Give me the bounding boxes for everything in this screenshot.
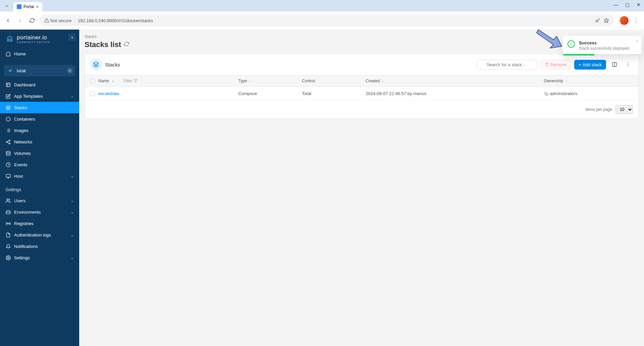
gear-icon bbox=[5, 255, 11, 260]
remove-label: Remove bbox=[550, 62, 566, 67]
sidebar-item-volumes[interactable]: Volumes bbox=[0, 147, 79, 159]
sidebar-item-label: App Templates bbox=[14, 94, 43, 99]
tabs-dropdown[interactable] bbox=[3, 2, 11, 10]
radio-icon bbox=[5, 221, 11, 226]
svg-line-17 bbox=[7, 142, 9, 143]
panel-title: Stacks bbox=[105, 62, 120, 68]
remove-button[interactable]: Remove bbox=[541, 60, 571, 70]
sidebar-item-stacks[interactable]: Stacks bbox=[0, 102, 79, 113]
svg-point-27 bbox=[7, 257, 9, 258]
sidebar-item-networks[interactable]: Networks bbox=[0, 136, 79, 147]
sidebar-section-settings: Settings bbox=[0, 182, 79, 195]
sidebar-item-label: Environments bbox=[14, 210, 41, 215]
cell-type: Compose bbox=[238, 91, 302, 96]
url-text: 192.168.0.240:9000/#!/2/docker/stacks bbox=[78, 18, 153, 23]
sidebar-home-label: Home bbox=[14, 51, 26, 56]
sidebar-item-settings[interactable]: Settings ⌄ bbox=[0, 252, 79, 263]
more-button[interactable]: ⋮ bbox=[623, 59, 633, 70]
app-container: portainer.io COMMUNITY EDITION « Home lo… bbox=[0, 30, 644, 346]
row-checkbox[interactable] bbox=[90, 91, 95, 96]
reload-button[interactable] bbox=[28, 16, 37, 25]
select-all-checkbox[interactable] bbox=[90, 79, 95, 83]
sidebar-env-label: local bbox=[17, 68, 26, 73]
sidebar-item-host[interactable]: Host ⌄ bbox=[0, 170, 79, 182]
column-ownership-header[interactable]: Ownership ↓↑ bbox=[544, 79, 633, 83]
tab-bar: Portai × — ▢ ✕ bbox=[0, 0, 644, 11]
edit-icon bbox=[5, 93, 11, 99]
sidebar-header: portainer.io COMMUNITY EDITION « bbox=[0, 30, 79, 48]
search-input[interactable] bbox=[477, 60, 537, 70]
sidebar-item-home[interactable]: Home bbox=[0, 48, 79, 59]
sidebar-item-users[interactable]: Users ⌄ bbox=[0, 195, 79, 206]
sort-up-icon: ↑ bbox=[117, 79, 118, 83]
env-close-icon[interactable]: × bbox=[67, 68, 72, 73]
key-icon[interactable] bbox=[595, 18, 600, 23]
sidebar-item-label: Volumes bbox=[14, 151, 31, 156]
toast-notification: ✓ Success Stack successfully deployed × bbox=[563, 36, 641, 55]
svg-marker-31 bbox=[134, 80, 137, 83]
bell-icon bbox=[5, 244, 11, 249]
add-stack-button[interactable]: + Add stack bbox=[574, 60, 606, 70]
sidebar-item-label: Registries bbox=[14, 221, 34, 226]
sidebar-item-environments[interactable]: Environments ⌄ bbox=[0, 206, 79, 218]
filter-button[interactable]: Filter bbox=[123, 79, 138, 83]
sidebar-collapse-button[interactable]: « bbox=[68, 34, 76, 41]
main-content: Stacks Stacks list Stacks 🔍 Re bbox=[79, 30, 644, 346]
sidebar-item-containers[interactable]: Containers bbox=[0, 113, 79, 125]
table-row: excalidraw Compose Total 2024-08-07 22:4… bbox=[85, 87, 638, 100]
pagination-select[interactable]: 10 bbox=[615, 105, 633, 114]
sidebar-item-events[interactable]: Events bbox=[0, 159, 79, 170]
sidebar-environment-local[interactable]: local × bbox=[4, 65, 75, 76]
address-bar-row: Not secure 192.168.0.240:9000/#!/2/docke… bbox=[0, 11, 644, 30]
eye-off-icon bbox=[544, 91, 549, 96]
minimize-icon[interactable]: — bbox=[613, 2, 618, 7]
toast-title: Success bbox=[579, 40, 629, 45]
column-name-header[interactable]: Name ↓↑ Filter bbox=[98, 79, 238, 83]
sidebar-item-label: Images bbox=[14, 128, 29, 133]
columns-button[interactable] bbox=[609, 59, 620, 70]
sidebar-item-registries[interactable]: Registries bbox=[0, 218, 79, 229]
forward-button[interactable] bbox=[15, 16, 25, 25]
tab-close-icon[interactable]: × bbox=[36, 4, 39, 9]
share-icon bbox=[5, 139, 11, 144]
pagination-label: Items per page bbox=[585, 107, 612, 112]
window-controls: — ▢ ✕ bbox=[613, 2, 641, 7]
close-window-icon[interactable]: ✕ bbox=[636, 2, 641, 7]
sidebar-item-dashboard[interactable]: Dashboard bbox=[0, 79, 79, 90]
database-icon bbox=[5, 150, 11, 156]
browser-tab[interactable]: Portai × bbox=[13, 2, 42, 11]
sidebar-item-app-templates[interactable]: App Templates ⌄ bbox=[0, 90, 79, 102]
svg-point-14 bbox=[9, 140, 10, 141]
security-indicator[interactable]: Not secure bbox=[44, 18, 75, 23]
plus-icon: + bbox=[579, 62, 581, 67]
column-type-header[interactable]: Type ↓↑ bbox=[238, 79, 302, 83]
sidebar-item-images[interactable]: Images bbox=[0, 125, 79, 136]
sidebar-item-auth-logs[interactable]: Authentication logs ⌄ bbox=[0, 229, 79, 241]
sort-icon: ↓↑ bbox=[249, 80, 251, 83]
back-button[interactable] bbox=[3, 16, 13, 25]
toast-close-icon[interactable]: × bbox=[636, 38, 639, 44]
profile-avatar[interactable] bbox=[620, 16, 629, 25]
svg-rect-21 bbox=[6, 174, 10, 177]
svg-marker-3 bbox=[604, 18, 608, 23]
trash-icon bbox=[545, 62, 549, 67]
address-bar[interactable]: Not secure 192.168.0.240:9000/#!/2/docke… bbox=[40, 15, 614, 26]
portainer-logo-icon bbox=[5, 35, 14, 43]
hard-drive-icon bbox=[5, 209, 11, 215]
bookmark-icon[interactable] bbox=[604, 18, 609, 23]
svg-line-18 bbox=[7, 141, 9, 141]
column-control-header: Control bbox=[302, 79, 366, 83]
users-icon bbox=[5, 198, 11, 203]
success-check-icon: ✓ bbox=[567, 40, 575, 48]
svg-point-16 bbox=[9, 143, 10, 144]
sidebar-item-notifications[interactable]: Notifications bbox=[0, 241, 79, 252]
layout-icon bbox=[5, 82, 11, 87]
home-icon bbox=[5, 51, 11, 56]
refresh-icon[interactable] bbox=[124, 41, 129, 48]
column-created-header[interactable]: Created ↓↑ bbox=[366, 79, 544, 83]
sidebar-item-label: Events bbox=[14, 162, 28, 167]
svg-rect-4 bbox=[6, 83, 10, 86]
stack-name-link[interactable]: excalidraw bbox=[98, 91, 119, 96]
maximize-icon[interactable]: ▢ bbox=[625, 2, 630, 7]
browser-menu-icon[interactable]: ⋮ bbox=[631, 16, 641, 25]
